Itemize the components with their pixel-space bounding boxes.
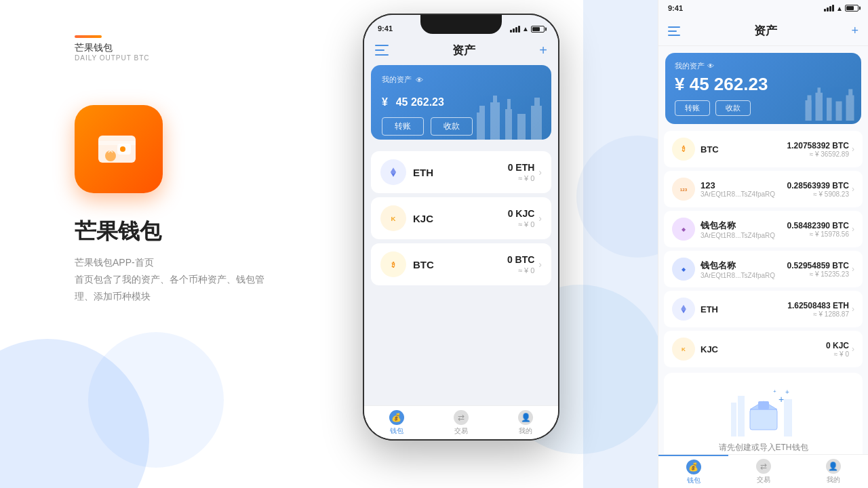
right-wallet2-icon: ◆ — [672, 258, 695, 281]
phone-card-label: 我的资产 👁 — [382, 75, 540, 85]
eth-info: ETH — [413, 167, 508, 178]
svg-rect-25 — [827, 98, 832, 121]
right-add-button[interactable]: + — [851, 24, 859, 38]
app-icon — [75, 105, 163, 193]
eth-wallet-text: 请先创建或导入ETH钱包 — [673, 442, 853, 453]
phone-nav-mine[interactable]: 👤 我的 — [494, 406, 558, 439]
btc-icon: ₿ — [380, 251, 406, 277]
svg-text:K: K — [391, 215, 396, 222]
right-nav-trade[interactable]: ⇄ 交易 — [728, 455, 798, 488]
svg-text:+: + — [785, 388, 789, 396]
eye-icon[interactable]: 👁 — [416, 76, 423, 84]
desc-line3: 理、添加币种模块 — [75, 288, 278, 305]
accent-bar — [75, 35, 102, 38]
phone-nav-wallet[interactable]: 💰 钱包 — [364, 406, 429, 439]
right-menu-icon[interactable] — [668, 26, 680, 36]
right-wallet2-arrow-icon: › — [852, 264, 854, 274]
right-panel: 9:41 ▲ 资产 + 我的资产 👁 — [658, 0, 868, 488]
svg-text:123: 123 — [680, 187, 688, 192]
svg-rect-42 — [750, 409, 777, 430]
right-asset-card: 我的资产 👁 ¥ 45 262.23 转账 收款 — [665, 53, 861, 124]
svg-rect-26 — [836, 102, 842, 121]
right-wallet1-info: 钱包名称 3ArEQt1R8...TsZ4fpaRQ — [701, 220, 787, 239]
svg-point-3 — [120, 146, 125, 152]
svg-rect-48 — [731, 403, 736, 436]
phone-frame: 9:41 ▲ — [363, 14, 559, 441]
svg-rect-49 — [738, 396, 745, 436]
phone-area: 9:41 ▲ — [332, 14, 590, 481]
phone-transfer-button[interactable]: 转账 — [382, 117, 424, 136]
phone-add-button[interactable]: + — [539, 43, 547, 58]
svg-rect-6 — [479, 106, 485, 140]
kjc-amount: 0 KJC ≈ ¥ 0 — [508, 208, 535, 228]
app-name-small: 芒果钱包 — [75, 42, 113, 54]
right-nav-wallet[interactable]: 💰 钱包 — [658, 455, 728, 488]
right-coin-item-btc[interactable]: ₿ BTC 1.20758392 BTC ≈ ¥ 36592.89 › — [664, 131, 863, 167]
right-eth-icon — [672, 298, 695, 321]
right-bottom-nav: 💰 钱包 ⇄ 交易 👤 我的 — [658, 454, 868, 488]
city-decoration — [470, 85, 551, 140]
right-wallet1-val: 0.58482390 BTC ≈ ¥ 15978.56 — [787, 221, 849, 238]
right-btc-icon: ₿ — [672, 138, 695, 161]
right-coin-item-kjc[interactable]: K KJC 0 KJC ≈ ¥ 0 › — [664, 331, 863, 367]
right-battery-icon — [845, 5, 859, 12]
right-time: 9:41 — [668, 4, 683, 12]
phone-trade-icon: ⇄ — [454, 410, 469, 425]
right-transfer-button[interactable]: 转账 — [675, 100, 710, 116]
svg-text:◆: ◆ — [682, 226, 686, 232]
svg-rect-24 — [818, 87, 821, 121]
right-wallet2-info: 钱包名称 3ArEQt1R8...TsZ4fpaRQ — [701, 260, 787, 279]
right-coin-item-123[interactable]: 123 123 3ArEQt1R8...TsZ4fpaRQ 0.28563939… — [664, 171, 863, 207]
right-kjc-info: KJC — [701, 344, 826, 354]
right-header: 资产 + — [658, 16, 868, 46]
right-card-label: 我的资产 👁 — [675, 61, 852, 71]
right-coin-item-eth[interactable]: ETH 1.62508483 ETH ≈ ¥ 1288.87 › — [664, 291, 863, 327]
right-coin-item-wallet2[interactable]: ◆ 钱包名称 3ArEQt1R8...TsZ4fpaRQ 0.52954859 … — [664, 251, 863, 287]
phone-inner: 9:41 ▲ — [364, 15, 558, 439]
app-description: 芒果钱包APP-首页 首页包含了我的资产、各个币种资产、钱包管 理、添加币种模块 — [75, 254, 278, 306]
desc-line2: 首页包含了我的资产、各个币种资产、钱包管 — [75, 271, 278, 288]
right-coin-item-wallet1[interactable]: ◆ 钱包名称 3ArEQt1R8...TsZ4fpaRQ 0.58482390 … — [664, 211, 863, 247]
phone-nav-trade[interactable]: ⇄ 交易 — [429, 406, 493, 439]
bottom-circle-deco2 — [88, 332, 224, 468]
phone-asset-card: 我的资产 👁 ¥ 45 262.23 转账 收款 — [371, 65, 551, 140]
right-kjc-icon: K — [672, 338, 695, 361]
svg-rect-44 — [758, 401, 769, 409]
phone-notch — [420, 15, 502, 34]
right-wallet2-val: 0.52954859 BTC ≈ ¥ 15235.23 — [787, 261, 849, 278]
eth-arrow-icon: › — [538, 167, 542, 178]
phone-menu-icon[interactable] — [375, 45, 389, 56]
right-header-title: 资产 — [754, 23, 777, 39]
phone-header-title: 资产 — [452, 43, 475, 58]
right-city-decoration — [800, 77, 861, 124]
battery-icon — [531, 26, 545, 33]
right-signal-icon — [824, 5, 834, 12]
right-mine-icon: 👤 — [826, 459, 841, 474]
svg-rect-22 — [808, 96, 812, 121]
right-nav-mine[interactable]: 👤 我的 — [798, 455, 868, 488]
svg-point-4 — [105, 150, 116, 161]
phone-receive-button[interactable]: 收款 — [431, 117, 473, 136]
right-eye-icon[interactable]: 👁 — [707, 62, 714, 70]
phone-screen: 9:41 ▲ — [364, 15, 558, 439]
eth-wallet-section: + + + 请先创建或导入ETH钱包 创建 导入 — [664, 373, 863, 454]
phone-bottom-nav: 💰 钱包 ⇄ 交易 👤 我的 — [364, 405, 558, 439]
eth-wallet-illustration: + + + — [730, 382, 797, 436]
svg-rect-50 — [784, 399, 792, 436]
btc-amount: 0 BTC ≈ ¥ 0 — [507, 254, 534, 274]
phone-mine-icon: 👤 — [518, 410, 533, 425]
phone-time: 9:41 — [378, 24, 393, 33]
right-123-arrow-icon: › — [852, 184, 854, 194]
right-wallet1-arrow-icon: › — [852, 224, 854, 234]
right-kjc-val: 0 KJC ≈ ¥ 0 — [826, 341, 849, 358]
coin-item-eth[interactable]: ETH 0 ETH ≈ ¥ 0 › — [371, 151, 551, 193]
coin-item-kjc[interactable]: K KJC 0 KJC ≈ ¥ 0 › — [371, 197, 551, 239]
right-eth-info: ETH — [701, 304, 787, 314]
right-receive-button[interactable]: 收款 — [715, 100, 751, 116]
right-content: 我的资产 👁 ¥ 45 262.23 转账 收款 — [658, 46, 868, 454]
eth-icon — [380, 159, 406, 185]
svg-text:K: K — [682, 346, 686, 352]
coin-item-btc[interactable]: ₿ BTC 0 BTC ≈ ¥ 0 › — [371, 243, 551, 285]
svg-rect-8 — [493, 96, 497, 140]
svg-rect-13 — [534, 98, 540, 140]
